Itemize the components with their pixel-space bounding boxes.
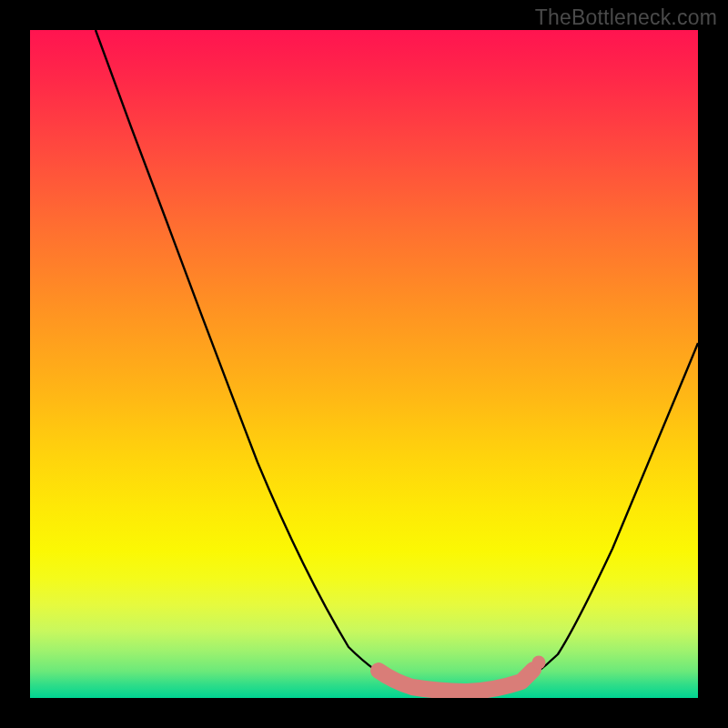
- optimal-zone-endpoint: [532, 656, 546, 670]
- bottleneck-curve: [96, 30, 698, 693]
- optimal-zone-band: [379, 670, 533, 692]
- watermark-text: TheBottleneck.com: [535, 5, 717, 30]
- plot-area: [30, 30, 698, 698]
- chart-frame: TheBottleneck.com: [0, 0, 728, 728]
- chart-svg: [30, 30, 698, 698]
